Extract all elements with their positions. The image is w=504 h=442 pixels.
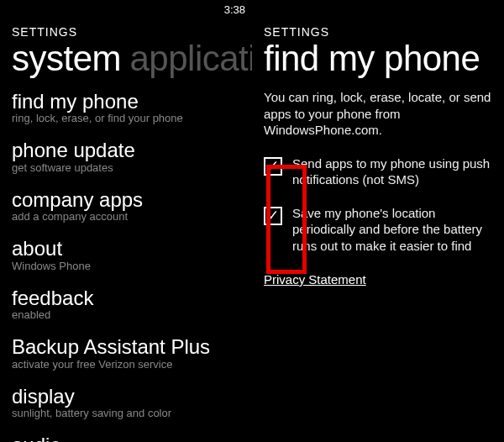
header-label: SETTINGS [0,18,252,39]
pivot-system[interactable]: system [12,39,121,78]
item-title: find my phone [12,91,240,112]
checkbox-box[interactable]: ✓ [264,207,282,225]
page-title: find my phone [264,39,480,78]
settings-system-screen: 3:38 SETTINGS system application find my… [0,0,252,442]
checkbox-push-notifications[interactable]: ✓ Send apps to my phone using push notif… [252,155,504,188]
item-sub: get software updates [12,162,240,174]
item-sub: activate your free Verizon service [12,359,240,371]
item-title: display [12,386,240,407]
settings-item-display[interactable]: display sunlight, battery saving and col… [12,386,240,419]
settings-item-find-my-phone[interactable]: find my phone ring, lock, erase, or find… [12,91,240,124]
item-title: audio [12,434,240,442]
settings-item-about[interactable]: about Windows Phone [12,238,240,271]
item-title: feedback [12,287,240,308]
item-sub: Windows Phone [12,260,240,272]
pivot-applications[interactable]: application [129,39,252,78]
settings-list: find my phone ring, lock, erase, or find… [0,79,252,442]
status-bar: 3:38 [0,0,252,18]
page-title-row: find my phone [252,39,504,79]
settings-item-feedback[interactable]: feedback enabled [12,287,240,321]
status-time: 3:38 [224,3,245,16]
description-text: You can ring, lock, erase, locate, or se… [252,79,504,139]
item-sub: add a company account [12,211,240,223]
item-title: company apps [12,189,240,210]
settings-item-phone-update[interactable]: phone update get software updates [12,139,240,173]
item-sub: sunlight, battery saving and color [12,408,240,419]
item-title: phone update [12,139,240,160]
privacy-statement-link[interactable]: Privacy Statement [252,272,378,287]
item-title: about [12,238,240,259]
check-icon: ✓ [267,208,279,223]
settings-item-company-apps[interactable]: company apps add a company account [12,189,240,223]
checkbox-save-location[interactable]: ✓ Save my phone's location periodically … [252,205,504,255]
settings-item-audio[interactable]: audio equalizer and Dolby Headphone [12,434,240,442]
check-icon: ✓ [267,159,279,173]
pivot-header[interactable]: system application [0,39,252,79]
item-sub: enabled [12,309,240,321]
header-label: SETTINGS [252,18,504,39]
checkbox-box[interactable]: ✓ [264,157,282,176]
settings-item-backup-assistant-plus[interactable]: Backup Assistant Plus activate your free… [12,336,240,370]
checkbox-label: Send apps to my phone using push notific… [292,155,492,188]
item-title: Backup Assistant Plus [12,336,240,357]
status-bar [252,0,504,18]
checkbox-label: Save my phone's location periodically an… [292,205,492,255]
find-my-phone-screen: SETTINGS find my phone You can ring, loc… [252,0,504,442]
item-sub: ring, lock, erase, or find your phone [12,113,240,124]
